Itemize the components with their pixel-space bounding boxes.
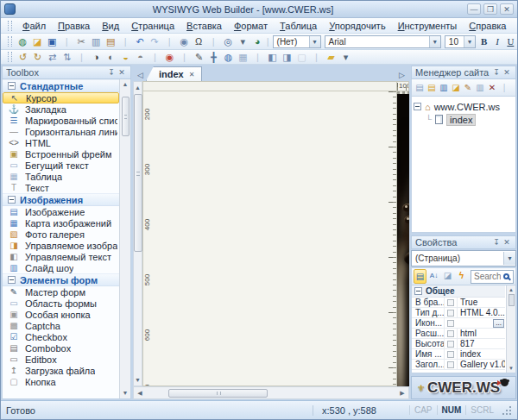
- scrollbar-thumb[interactable]: [168, 389, 268, 398]
- scroll-down-icon[interactable]: ▼: [135, 374, 141, 386]
- toolbox-section-images[interactable]: Изображения: [3, 193, 119, 206]
- close-icon[interactable]: ✕: [502, 238, 512, 247]
- scroll-down-icon[interactable]: ▼: [509, 364, 514, 373]
- sort-icon[interactable]: А↓: [427, 269, 440, 284]
- tool-text[interactable]: T Текст: [3, 182, 119, 193]
- target-selector[interactable]: (Страница) ▾: [411, 250, 516, 266]
- events-icon[interactable]: ϟ: [455, 269, 468, 284]
- tab-close-icon[interactable]: ✕: [189, 71, 195, 78]
- flip-vertical-icon[interactable]: ⇅: [60, 51, 74, 64]
- prop-row-in-browser[interactable]: В бра... True: [412, 298, 505, 308]
- pin-icon[interactable]: ↧: [491, 238, 502, 247]
- prop-row-name[interactable]: Имя ... index: [412, 349, 505, 360]
- folder-icon[interactable]: ◪: [450, 81, 462, 94]
- menu-file[interactable]: Файл: [16, 20, 52, 32]
- font-size-combo[interactable]: 10▾: [445, 35, 476, 48]
- rotate-right-icon[interactable]: ↻: [30, 51, 45, 64]
- save-icon[interactable]: ▣: [45, 35, 60, 48]
- link-icon[interactable]: ◍: [221, 51, 236, 64]
- prop-row-doctype[interactable]: Тип д... HTML 4.0...: [412, 308, 505, 318]
- new-site-icon[interactable]: ◍: [16, 35, 30, 48]
- tool-image-map[interactable]: ▦ Карта изображений: [3, 217, 119, 229]
- canvas-horizontal-scrollbar[interactable]: ◀ ▶: [133, 386, 409, 399]
- underline-button[interactable]: U: [504, 35, 517, 48]
- resize-grip[interactable]: [502, 405, 512, 416]
- edit-page-icon[interactable]: ✎: [462, 81, 474, 94]
- tool-marquee[interactable]: ▭ Бегущий текст: [3, 160, 119, 171]
- saturation-icon[interactable]: ◒: [118, 51, 133, 64]
- collapse-icon[interactable]: [8, 276, 16, 284]
- paste-icon[interactable]: ▤: [104, 35, 118, 48]
- image-tool-icon[interactable]: ◧: [265, 51, 280, 64]
- prop-row-height[interactable]: Высота 817: [412, 339, 505, 349]
- prop-row-extension[interactable]: Расш... html: [412, 329, 505, 339]
- clone-page-icon[interactable]: ▥: [474, 81, 486, 94]
- login-icon[interactable]: ◉: [177, 35, 192, 48]
- scroll-left-icon[interactable]: ◀: [134, 390, 146, 397]
- style-combo[interactable]: (Нет)▾: [273, 35, 321, 48]
- page-canvas[interactable]: [397, 91, 409, 386]
- tool-file-upload[interactable]: ↥ Загрузка файла: [3, 365, 119, 376]
- cut-icon[interactable]: ✂: [74, 35, 89, 48]
- ellipsis-button[interactable]: ...: [493, 319, 504, 328]
- prop-row-icon[interactable]: Икон... ...: [412, 318, 505, 329]
- tool-editbox[interactable]: ▭ Editbox: [3, 354, 119, 365]
- scroll-up-icon[interactable]: ▲: [123, 79, 129, 90]
- tool-captcha[interactable]: ▩ Captcha: [3, 320, 119, 331]
- search-input[interactable]: [471, 270, 514, 284]
- tool-slideshow[interactable]: ▥ Слайд шоу: [3, 262, 119, 273]
- tool-form-area[interactable]: ▭ Область формы: [3, 298, 119, 309]
- symbol-icon[interactable]: Ω: [192, 35, 206, 48]
- close-icon[interactable]: ✕: [502, 68, 512, 77]
- minimize-button[interactable]: —: [467, 3, 481, 15]
- toolbox-scrollbar[interactable]: ▲ ▼: [119, 79, 130, 398]
- restore-button[interactable]: ❐: [483, 3, 497, 15]
- pin-icon[interactable]: ↧: [106, 68, 117, 77]
- draw-icon[interactable]: ✎: [192, 51, 206, 64]
- preview-icon[interactable]: ◎: [221, 35, 236, 48]
- close-button[interactable]: ✕: [500, 3, 514, 15]
- publish-page-icon[interactable]: ▥: [438, 81, 450, 94]
- open-icon[interactable]: ◪: [30, 35, 45, 48]
- tab-scroll-left-icon[interactable]: ◁: [135, 71, 146, 81]
- tool-photo-gallery[interactable]: ▧ Фото галерея: [3, 229, 119, 240]
- delete-page-icon[interactable]: ✕: [486, 81, 498, 94]
- pin-icon[interactable]: ↧: [491, 68, 502, 77]
- collapse-icon[interactable]: [8, 196, 16, 204]
- undo-icon[interactable]: ↶: [133, 35, 148, 48]
- collapse-icon[interactable]: [414, 103, 421, 110]
- add-template-icon[interactable]: ▤: [426, 81, 438, 94]
- tool-bulleted-list[interactable]: ☰ Маркированный список: [3, 115, 119, 126]
- tool-combobox[interactable]: ▤ Combobox: [3, 342, 119, 354]
- chevron-down-icon[interactable]: ▾: [464, 36, 475, 47]
- redo-icon[interactable]: ↷: [148, 35, 162, 48]
- font-combo[interactable]: Arial▾: [325, 35, 441, 48]
- chevron-down-icon[interactable]: ▾: [503, 252, 515, 265]
- scroll-down-icon[interactable]: ▼: [123, 388, 129, 398]
- tool-rollover-text[interactable]: ◧ Управляемый текст: [3, 251, 119, 262]
- color-wheel-icon[interactable]: ◉: [162, 51, 177, 64]
- property-section-general[interactable]: Общее: [412, 285, 505, 298]
- toolbox-section-forms[interactable]: Элементы форм: [3, 273, 119, 286]
- prop-row-title[interactable]: Загол... Gallery v1.0: [412, 360, 505, 370]
- italic-button[interactable]: I: [490, 35, 503, 48]
- tool-horizontal-line[interactable]: — Горизонтальная линия: [3, 126, 119, 137]
- chevron-down-icon[interactable]: ▾: [429, 36, 440, 47]
- toolbox-section-standard[interactable]: Стандартные: [3, 79, 119, 92]
- dropdown-icon[interactable]: ▾: [236, 35, 250, 48]
- scroll-up-icon[interactable]: ▲: [509, 285, 514, 294]
- menu-page[interactable]: Страница: [125, 20, 180, 32]
- tool-image[interactable]: ▤ Изображение: [3, 206, 119, 217]
- tool-inline-frame[interactable]: ▣ Встроенный фрейм: [3, 148, 119, 160]
- property-grid-scrollbar[interactable]: ▲ ▼: [506, 285, 515, 373]
- close-icon[interactable]: ✕: [117, 68, 127, 77]
- tool-html[interactable]: <> HTML: [3, 137, 119, 148]
- contrast-icon[interactable]: ◑: [89, 51, 104, 64]
- menu-insert[interactable]: Вставка: [180, 20, 228, 32]
- tool-rollover-image[interactable]: ◨ Управляемое изображение: [3, 240, 119, 251]
- brightness-icon[interactable]: ◐: [104, 51, 118, 64]
- hue-icon[interactable]: ◓: [133, 51, 148, 64]
- menu-format[interactable]: Формат: [228, 20, 274, 32]
- scroll-right-icon[interactable]: ▶: [396, 390, 408, 397]
- color-fill-icon[interactable]: ▰: [324, 51, 338, 64]
